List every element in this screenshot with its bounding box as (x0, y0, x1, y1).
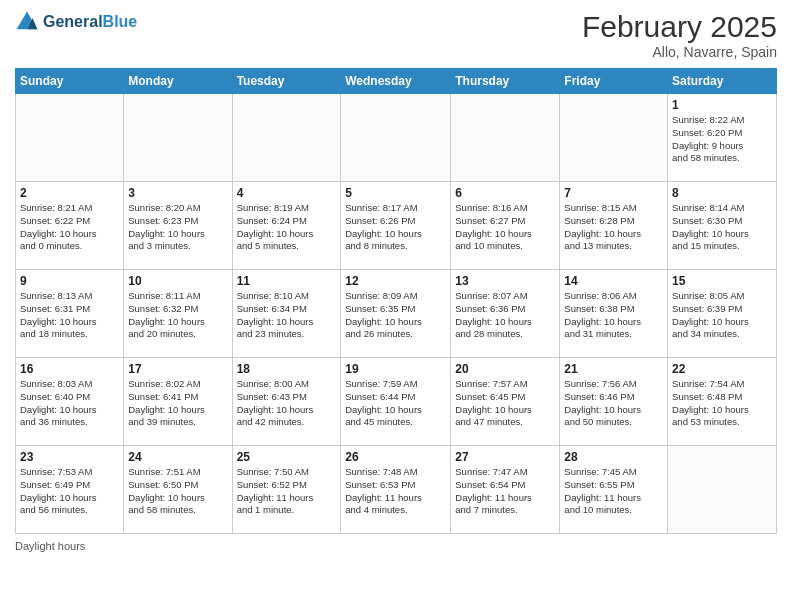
month-title: February 2025 (582, 10, 777, 44)
calendar-week-row: 9Sunrise: 8:13 AM Sunset: 6:31 PM Daylig… (16, 270, 777, 358)
logo-blue: Blue (103, 13, 138, 30)
day-info: Sunrise: 7:47 AM Sunset: 6:54 PM Dayligh… (455, 466, 555, 517)
day-info: Sunrise: 8:07 AM Sunset: 6:36 PM Dayligh… (455, 290, 555, 341)
table-row (560, 94, 668, 182)
header-thursday: Thursday (451, 69, 560, 94)
day-number: 5 (345, 186, 446, 200)
table-row: 22Sunrise: 7:54 AM Sunset: 6:48 PM Dayli… (668, 358, 777, 446)
day-number: 24 (128, 450, 227, 464)
table-row: 16Sunrise: 8:03 AM Sunset: 6:40 PM Dayli… (16, 358, 124, 446)
table-row (124, 94, 232, 182)
logo-text: GeneralBlue (43, 13, 137, 31)
day-info: Sunrise: 8:02 AM Sunset: 6:41 PM Dayligh… (128, 378, 227, 429)
table-row: 19Sunrise: 7:59 AM Sunset: 6:44 PM Dayli… (341, 358, 451, 446)
table-row: 20Sunrise: 7:57 AM Sunset: 6:45 PM Dayli… (451, 358, 560, 446)
day-number: 2 (20, 186, 119, 200)
day-info: Sunrise: 8:15 AM Sunset: 6:28 PM Dayligh… (564, 202, 663, 253)
table-row: 1Sunrise: 8:22 AM Sunset: 6:20 PM Daylig… (668, 94, 777, 182)
day-number: 4 (237, 186, 337, 200)
logo: GeneralBlue (15, 10, 137, 34)
day-number: 6 (455, 186, 555, 200)
day-info: Sunrise: 8:19 AM Sunset: 6:24 PM Dayligh… (237, 202, 337, 253)
table-row: 10Sunrise: 8:11 AM Sunset: 6:32 PM Dayli… (124, 270, 232, 358)
table-row (451, 94, 560, 182)
table-row: 3Sunrise: 8:20 AM Sunset: 6:23 PM Daylig… (124, 182, 232, 270)
calendar-table: Sunday Monday Tuesday Wednesday Thursday… (15, 68, 777, 534)
header: GeneralBlue February 2025 Allo, Navarre,… (15, 10, 777, 60)
table-row: 12Sunrise: 8:09 AM Sunset: 6:35 PM Dayli… (341, 270, 451, 358)
day-number: 25 (237, 450, 337, 464)
day-number: 22 (672, 362, 772, 376)
table-row: 18Sunrise: 8:00 AM Sunset: 6:43 PM Dayli… (232, 358, 341, 446)
day-number: 14 (564, 274, 663, 288)
day-info: Sunrise: 8:17 AM Sunset: 6:26 PM Dayligh… (345, 202, 446, 253)
day-info: Sunrise: 7:50 AM Sunset: 6:52 PM Dayligh… (237, 466, 337, 517)
day-info: Sunrise: 7:54 AM Sunset: 6:48 PM Dayligh… (672, 378, 772, 429)
day-info: Sunrise: 7:56 AM Sunset: 6:46 PM Dayligh… (564, 378, 663, 429)
calendar-week-row: 16Sunrise: 8:03 AM Sunset: 6:40 PM Dayli… (16, 358, 777, 446)
day-number: 15 (672, 274, 772, 288)
table-row: 7Sunrise: 8:15 AM Sunset: 6:28 PM Daylig… (560, 182, 668, 270)
day-info: Sunrise: 8:13 AM Sunset: 6:31 PM Dayligh… (20, 290, 119, 341)
footer: Daylight hours (15, 540, 777, 552)
day-info: Sunrise: 8:11 AM Sunset: 6:32 PM Dayligh… (128, 290, 227, 341)
header-saturday: Saturday (668, 69, 777, 94)
table-row: 17Sunrise: 8:02 AM Sunset: 6:41 PM Dayli… (124, 358, 232, 446)
page: GeneralBlue February 2025 Allo, Navarre,… (0, 0, 792, 612)
day-info: Sunrise: 7:48 AM Sunset: 6:53 PM Dayligh… (345, 466, 446, 517)
day-info: Sunrise: 7:53 AM Sunset: 6:49 PM Dayligh… (20, 466, 119, 517)
location: Allo, Navarre, Spain (582, 44, 777, 60)
table-row: 28Sunrise: 7:45 AM Sunset: 6:55 PM Dayli… (560, 446, 668, 534)
day-number: 13 (455, 274, 555, 288)
table-row: 8Sunrise: 8:14 AM Sunset: 6:30 PM Daylig… (668, 182, 777, 270)
day-number: 12 (345, 274, 446, 288)
day-number: 8 (672, 186, 772, 200)
day-info: Sunrise: 8:03 AM Sunset: 6:40 PM Dayligh… (20, 378, 119, 429)
day-info: Sunrise: 7:59 AM Sunset: 6:44 PM Dayligh… (345, 378, 446, 429)
title-block: February 2025 Allo, Navarre, Spain (582, 10, 777, 60)
table-row: 21Sunrise: 7:56 AM Sunset: 6:46 PM Dayli… (560, 358, 668, 446)
logo-icon (15, 10, 39, 34)
table-row: 11Sunrise: 8:10 AM Sunset: 6:34 PM Dayli… (232, 270, 341, 358)
table-row: 6Sunrise: 8:16 AM Sunset: 6:27 PM Daylig… (451, 182, 560, 270)
table-row (341, 94, 451, 182)
day-info: Sunrise: 8:09 AM Sunset: 6:35 PM Dayligh… (345, 290, 446, 341)
table-row: 4Sunrise: 8:19 AM Sunset: 6:24 PM Daylig… (232, 182, 341, 270)
header-wednesday: Wednesday (341, 69, 451, 94)
day-info: Sunrise: 8:20 AM Sunset: 6:23 PM Dayligh… (128, 202, 227, 253)
day-number: 26 (345, 450, 446, 464)
day-number: 3 (128, 186, 227, 200)
day-number: 7 (564, 186, 663, 200)
table-row: 24Sunrise: 7:51 AM Sunset: 6:50 PM Dayli… (124, 446, 232, 534)
table-row: 23Sunrise: 7:53 AM Sunset: 6:49 PM Dayli… (16, 446, 124, 534)
day-number: 18 (237, 362, 337, 376)
table-row (232, 94, 341, 182)
table-row: 25Sunrise: 7:50 AM Sunset: 6:52 PM Dayli… (232, 446, 341, 534)
day-number: 19 (345, 362, 446, 376)
logo-general: General (43, 13, 103, 30)
table-row: 9Sunrise: 8:13 AM Sunset: 6:31 PM Daylig… (16, 270, 124, 358)
table-row: 14Sunrise: 8:06 AM Sunset: 6:38 PM Dayli… (560, 270, 668, 358)
day-info: Sunrise: 8:10 AM Sunset: 6:34 PM Dayligh… (237, 290, 337, 341)
day-number: 28 (564, 450, 663, 464)
calendar-header-row: Sunday Monday Tuesday Wednesday Thursday… (16, 69, 777, 94)
header-friday: Friday (560, 69, 668, 94)
table-row: 26Sunrise: 7:48 AM Sunset: 6:53 PM Dayli… (341, 446, 451, 534)
header-sunday: Sunday (16, 69, 124, 94)
day-number: 23 (20, 450, 119, 464)
day-number: 10 (128, 274, 227, 288)
footer-text: Daylight hours (15, 540, 85, 552)
calendar-week-row: 1Sunrise: 8:22 AM Sunset: 6:20 PM Daylig… (16, 94, 777, 182)
day-number: 17 (128, 362, 227, 376)
table-row: 2Sunrise: 8:21 AM Sunset: 6:22 PM Daylig… (16, 182, 124, 270)
header-tuesday: Tuesday (232, 69, 341, 94)
day-info: Sunrise: 7:57 AM Sunset: 6:45 PM Dayligh… (455, 378, 555, 429)
table-row: 27Sunrise: 7:47 AM Sunset: 6:54 PM Dayli… (451, 446, 560, 534)
header-monday: Monday (124, 69, 232, 94)
day-number: 11 (237, 274, 337, 288)
day-number: 16 (20, 362, 119, 376)
day-info: Sunrise: 8:21 AM Sunset: 6:22 PM Dayligh… (20, 202, 119, 253)
table-row: 13Sunrise: 8:07 AM Sunset: 6:36 PM Dayli… (451, 270, 560, 358)
table-row (16, 94, 124, 182)
day-info: Sunrise: 8:00 AM Sunset: 6:43 PM Dayligh… (237, 378, 337, 429)
